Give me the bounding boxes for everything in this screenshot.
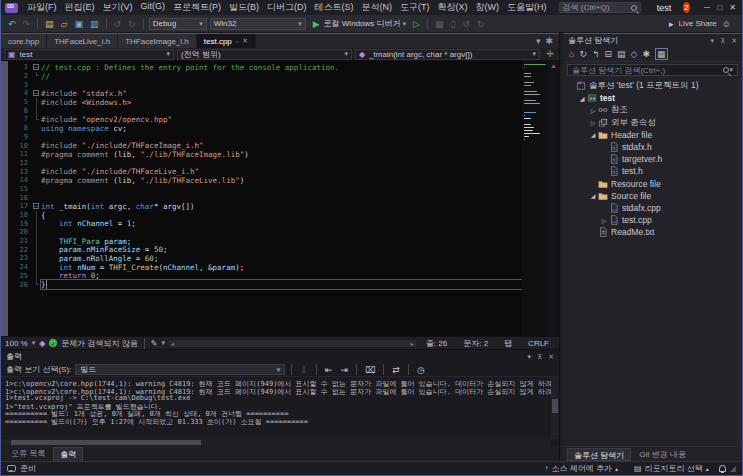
output-log[interactable]: 1>c:\opencv2\core.hpp(1744,1): warning C… [1, 377, 551, 439]
quick-search-box[interactable]: 검색 (Ctrl+Q) [559, 2, 641, 13]
solution-platform-dropdown[interactable]: Win32 ▾ [210, 18, 306, 30]
tab-test.cpp[interactable]: test.cpp◦✕ [197, 34, 256, 48]
code-line-20[interactable]: 20 [8, 228, 522, 237]
undo-icon[interactable]: ↺ [112, 19, 124, 29]
code-line-16[interactable]: 16 [8, 193, 522, 202]
tree-item-targetver.h[interactable]: htargetver.h [563, 153, 742, 165]
tree-item-stdafx.h[interactable]: hstdafx.h [563, 141, 742, 153]
menu-디버그[interactable]: 디버그(D) [263, 0, 311, 15]
panel-tab-출력[interactable]: 출력 [53, 447, 83, 462]
code-editor[interactable]: 1–// test.cpp : Defines the entry point … [1, 61, 559, 336]
tree-item-Source-file[interactable]: ◢Source file [563, 190, 742, 202]
code-line-9[interactable]: 9 [8, 133, 522, 142]
code-line-19[interactable]: 19 int nChannel = 1; [8, 219, 522, 228]
output-source-dropdown[interactable]: 빌드 ▾ [75, 364, 285, 375]
solution-configuration-dropdown[interactable]: Debug ▾ [149, 18, 207, 30]
preview-selected-icon[interactable]: ◇ [631, 49, 638, 59]
editor-horizontal-scrollbar[interactable]: ◂ ▸ [169, 340, 416, 347]
code-line-11[interactable]: 11#pragma comment (lib, "./lib/THFaceIma… [8, 150, 522, 159]
code-line-13[interactable]: 13#include "./include/THFaceLive_i.h" [8, 167, 522, 176]
tree-item-Header-file[interactable]: ◢Header file [563, 129, 742, 141]
panel-tab-오류-목록[interactable]: 오류 목록 [5, 447, 51, 460]
notification-badge[interactable]: 2 [683, 2, 690, 13]
code-line-12[interactable]: 12 [8, 159, 522, 168]
close-icon[interactable]: ✕ [548, 353, 554, 361]
tree-item--[interactable]: ▷참조 [563, 104, 742, 116]
menu-Git[interactable]: Git(G) [137, 0, 170, 15]
start-debugging-button[interactable]: ▶ 로컬 Windows 디버거 ▾ [309, 18, 408, 29]
save-all-icon[interactable]: ▥ [88, 19, 101, 29]
bookmark-icon[interactable]: ▯ [448, 19, 457, 29]
show-all-files-icon[interactable]: ✱ [643, 49, 651, 59]
chevron-down-icon[interactable]: ▾ [536, 36, 541, 46]
code-line-2[interactable]: 2// [8, 72, 522, 81]
redo-icon[interactable]: ↻ [126, 19, 138, 29]
open-file-icon[interactable]: ▱ [59, 19, 70, 29]
menu-파일[interactable]: 파일(F) [23, 0, 61, 15]
pending-changes-filter-icon[interactable]: ↻ [579, 49, 587, 59]
code-line-23[interactable]: 23 param.nRollAngle = 60; [8, 254, 522, 263]
chevron-down-icon[interactable]: ▾ [527, 353, 531, 361]
menu-확장[interactable]: 확장(X) [434, 0, 472, 15]
solution-explorer-search-box[interactable]: 솔루션 탐색기 검색(Ctrl+;) ▾ [567, 64, 738, 76]
scroll-right-icon[interactable]: ▸ [411, 340, 414, 347]
tab-THFaceImage_i.h[interactable]: THFaceImage_i.h [118, 34, 197, 48]
tree-item-stdafx.cpp[interactable]: ++stdafx.cpp [563, 202, 742, 214]
find-message-icon[interactable]: ⇩ [298, 365, 310, 375]
chevron-down-icon[interactable]: ▾ [710, 37, 714, 45]
output-vscroll-thumb[interactable] [552, 399, 558, 413]
menu-분석[interactable]: 분석(N) [358, 0, 397, 15]
tree-item-test.h[interactable]: htest.h [563, 165, 742, 177]
new-project-icon[interactable]: ▤ [43, 19, 56, 29]
expanded-arrow-icon[interactable]: ◢ [589, 131, 597, 138]
code-line-22[interactable]: 22 param.nMinFaceSize = 50; [8, 245, 522, 254]
output-hscroll-thumb[interactable] [11, 440, 201, 445]
menu-테스트[interactable]: 테스트(S) [311, 0, 358, 15]
tree-item-ReadMe.txt[interactable]: ReadMe.txt [563, 226, 742, 238]
code-line-14[interactable]: 14#pragma comment (lib, "./lib/THFaceLiv… [8, 176, 522, 185]
keep-open-icon[interactable]: ◦ [236, 38, 238, 45]
code-line-10[interactable]: 10#include "./include/THFaceImage_i.h" [8, 141, 522, 150]
scroll-left-icon[interactable]: ◂ [171, 340, 174, 347]
zoom-level-dropdown[interactable]: 100 % [5, 339, 28, 348]
pin-icon[interactable]: ⊼ [537, 353, 542, 361]
side-tab-Git-변경-내용[interactable]: Git 변경 내용 [633, 448, 692, 461]
attach-to-process-icon[interactable]: ▦ [433, 19, 446, 29]
collapse-all-icon[interactable]: ⊟ [605, 49, 613, 59]
solution-explorer-scrollbar[interactable] [737, 78, 742, 446]
code-line-8[interactable]: 8using namespace cv; [8, 124, 522, 133]
minimize-button[interactable]: ─ [702, 1, 713, 14]
pin-icon[interactable]: ⊼ [720, 37, 725, 45]
edit-pencil-icon[interactable]: ✎ [151, 339, 158, 348]
fold-collapse-icon[interactable]: – [32, 89, 41, 98]
side-tab-솔루션-탐색기[interactable]: 솔루션 탐색기 [567, 448, 631, 461]
code-line-1[interactable]: 1–// test.cpp : Defines the entry point … [8, 63, 522, 72]
resize-grip[interactable]: ◢ [730, 464, 736, 473]
feedback-bubble-icon[interactable] [7, 465, 16, 472]
code-line-26[interactable]: 26} [8, 280, 522, 289]
tab-core.hpp[interactable]: core.hpp [1, 34, 47, 48]
menu-창[interactable]: 창(W) [472, 0, 504, 15]
bookmark-next-icon[interactable]: ↻ [475, 19, 487, 29]
code-line-24[interactable]: 24 int nNum = THFI_Create(nChannel, &par… [8, 263, 522, 272]
code-line-5[interactable]: 5#include <Windows.h> [8, 98, 522, 107]
close-tab-icon[interactable]: ✕ [242, 37, 248, 45]
filter-icon[interactable]: ▦ [655, 48, 668, 60]
expanded-arrow-icon[interactable]: ◢ [578, 95, 586, 102]
menu-빌드[interactable]: 빌드(B) [225, 0, 263, 15]
editor-vertical-scrollbar[interactable]: ▲ [548, 61, 559, 336]
split-editor-icon[interactable]: ✛ [546, 49, 556, 59]
menu-프로젝트[interactable]: 프로젝트(P) [169, 0, 225, 15]
menu-도구[interactable]: 도구(T) [396, 0, 434, 15]
save-icon[interactable]: ▣ [73, 19, 86, 29]
live-share-button[interactable]: ▸ Live Share ☺ [667, 19, 737, 29]
output-vertical-scrollbar[interactable] [551, 377, 559, 439]
code-line-15[interactable]: 15 [8, 185, 522, 194]
properties-icon[interactable]: ▤ [617, 49, 626, 59]
tab-THFaceLive_i.h[interactable]: THFaceLive_i.h [47, 34, 118, 48]
code-line-18[interactable]: 18{ [8, 211, 522, 220]
start-without-debugging-icon[interactable]: ▷ [411, 19, 422, 29]
collapsed-arrow-icon[interactable]: ▷ [589, 107, 597, 114]
switch-views-icon[interactable]: ⌂ [569, 49, 574, 59]
code-line-21[interactable]: 21 THFI_Para param; [8, 237, 522, 246]
